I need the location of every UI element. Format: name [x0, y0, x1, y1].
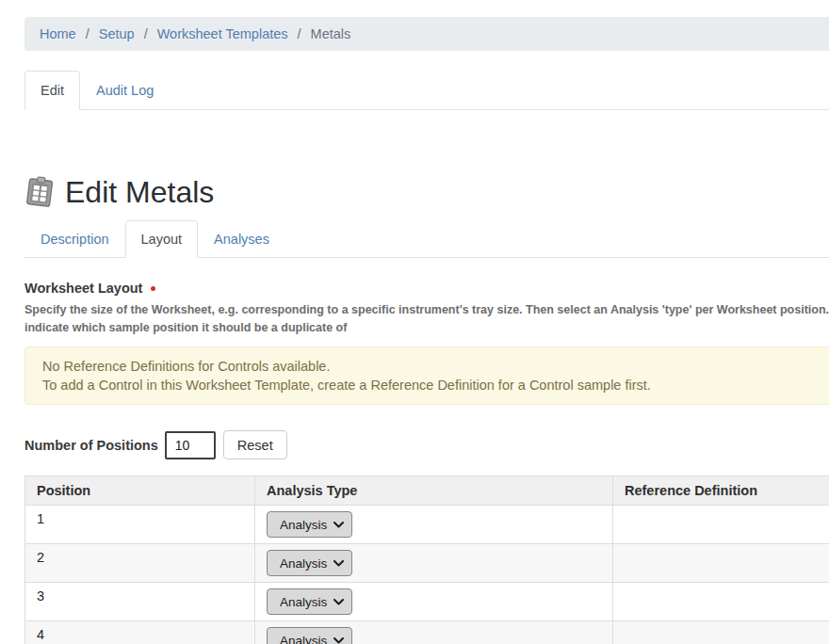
analysis-type-cell: Analysis [255, 544, 613, 583]
table-row: 4 Analysis [25, 621, 829, 644]
reference-definition-cell [613, 506, 829, 544]
breadcrumb-item-setup[interactable]: Setup [99, 26, 135, 41]
reference-definition-cell [613, 544, 829, 583]
sub-tabs: Description Layout Analyses [24, 220, 829, 258]
worksheet-clipboard-icon [24, 175, 55, 209]
table-header-row: Position Analysis Type Reference Definit… [25, 476, 829, 506]
position-cell: 3 [25, 583, 255, 621]
breadcrumb-item-worksheet-templates[interactable]: Worksheet Templates [157, 26, 288, 41]
top-tabs: Edit Audit Log [24, 71, 829, 110]
analysis-type-select-wrap: Analysis [267, 511, 352, 538]
table-row: 1 Analysis [25, 506, 829, 544]
breadcrumb-item-metals: Metals [311, 26, 351, 41]
worksheet-layout-table: Position Analysis Type Reference Definit… [24, 475, 829, 644]
column-header-position: Position [25, 476, 255, 506]
breadcrumb-separator: / [86, 26, 89, 41]
tab-edit[interactable]: Edit [24, 71, 80, 110]
page-title: Edit Metals [65, 174, 214, 210]
table-row: 3 Analysis [25, 583, 829, 621]
table-row: 2 Analysis [25, 544, 829, 583]
breadcrumb: Home / Setup / Worksheet Templates / Met… [24, 17, 829, 51]
tab-analyses[interactable]: Analyses [198, 220, 285, 258]
reference-definition-cell [613, 583, 829, 621]
analysis-type-select[interactable]: Analysis [267, 588, 352, 615]
analysis-type-select-wrap: Analysis [267, 627, 352, 644]
number-of-positions-row: Number of Positions Reset [24, 430, 829, 459]
reference-definition-cell [613, 621, 829, 644]
column-header-reference-definition: Reference Definition [613, 476, 829, 506]
position-cell: 1 [25, 506, 255, 544]
number-of-positions-label: Number of Positions [24, 438, 158, 453]
alert-line: To add a Control in this Worksheet Templ… [42, 376, 829, 394]
reset-button[interactable]: Reset [223, 430, 287, 459]
analysis-type-select[interactable]: Analysis [267, 550, 352, 576]
tab-audit-log[interactable]: Audit Log [80, 71, 170, 110]
breadcrumb-item-home[interactable]: Home [40, 26, 76, 41]
worksheet-layout-label: Worksheet Layout [24, 281, 829, 296]
page-content: Home / Setup / Worksheet Templates / Met… [0, 17, 829, 644]
position-cell: 4 [25, 621, 255, 644]
description-line: indicate which sample position it should… [24, 319, 829, 337]
worksheet-layout-label-text: Worksheet Layout [24, 281, 142, 296]
analysis-type-cell: Analysis [255, 506, 613, 544]
breadcrumb-separator: / [298, 26, 301, 41]
number-of-positions-input[interactable] [165, 431, 216, 459]
tab-layout[interactable]: Layout [125, 220, 199, 258]
analysis-type-select[interactable]: Analysis [267, 627, 352, 644]
position-cell: 2 [25, 544, 255, 583]
analysis-type-select-wrap: Analysis [267, 588, 352, 615]
column-header-analysis-type: Analysis Type [255, 476, 613, 506]
analysis-type-cell: Analysis [255, 621, 613, 644]
breadcrumb-separator: / [144, 26, 148, 41]
required-field-dot [151, 286, 155, 291]
analysis-type-select-wrap: Analysis [267, 550, 352, 576]
tab-description[interactable]: Description [24, 220, 125, 258]
alert-line: No Reference Definitions for Controls av… [42, 357, 829, 376]
analysis-type-select[interactable]: Analysis [267, 511, 352, 538]
analysis-type-cell: Analysis [255, 583, 613, 621]
description-line: Specify the size of the Worksheet, e.g. … [24, 301, 829, 319]
page-title-row: Edit Metals [24, 174, 829, 210]
no-reference-definitions-alert: No Reference Definitions for Controls av… [24, 346, 829, 405]
worksheet-layout-description: Specify the size of the Worksheet, e.g. … [24, 301, 829, 337]
worksheet-layout-section: Worksheet Layout Specify the size of the… [24, 281, 829, 337]
